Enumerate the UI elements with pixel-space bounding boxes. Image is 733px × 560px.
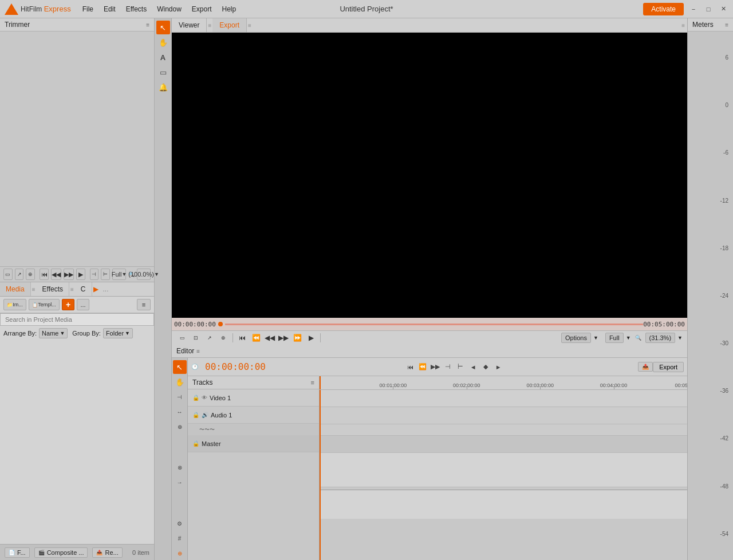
tl-transport-out[interactable]: ⊢ xyxy=(454,361,467,373)
trimmer-new-btn[interactable]: ▭ xyxy=(3,269,13,280)
tl-transport-play-fwd[interactable]: ▶▶ xyxy=(429,361,442,373)
trimmer-export-btn[interactable]: ↗ xyxy=(15,269,24,280)
tracks-area: Tracks ≡ 🔒 👁 Video 1 xyxy=(188,376,687,560)
vc-play[interactable]: ▶ xyxy=(305,333,317,343)
logo-triangle xyxy=(5,3,18,15)
tool-rect[interactable]: ▭ xyxy=(156,65,170,79)
menu-file[interactable]: File xyxy=(78,3,98,15)
vc-frame-fwd[interactable]: ⏩ xyxy=(291,333,303,343)
minimize-button[interactable]: − xyxy=(688,4,699,14)
project-title: Untitled Project* xyxy=(340,5,393,13)
tl-transport-keyframe-add[interactable]: ◆ xyxy=(479,361,492,373)
trimmer-skip-start[interactable]: ⏮ xyxy=(40,269,49,280)
status-f[interactable]: 📄 F... xyxy=(5,547,30,558)
vc-export-icon[interactable]: ↗ xyxy=(204,333,215,343)
tl-transport-frame-back[interactable]: ⏪ xyxy=(416,361,429,373)
tab-media[interactable]: Media xyxy=(0,282,31,296)
track-audio1-speaker[interactable]: 🔊 xyxy=(202,412,208,418)
tab-more[interactable]: ... xyxy=(100,284,112,294)
trimmer-zoom-pct[interactable]: (100.0%) ▼ xyxy=(137,269,151,280)
tl-tool-hand[interactable]: ✋ xyxy=(173,375,187,389)
templates-btn[interactable]: 📋 Templ... xyxy=(29,299,60,310)
tl-magnet[interactable]: ⊕ xyxy=(173,546,187,560)
tl-hashtag[interactable]: # xyxy=(173,531,187,545)
time-scrubber[interactable] xyxy=(225,324,643,325)
tool-bezier[interactable]: 🔔 xyxy=(156,80,170,94)
c-arrow-right[interactable]: ▶ xyxy=(92,284,100,294)
tl-tool-split[interactable]: ⊕ xyxy=(173,420,187,433)
timeline-export-btn[interactable]: Export xyxy=(653,362,684,372)
more-media-btn[interactable]: ... xyxy=(77,299,89,310)
timeline-main: 🕐 00:00:00:00 ⏮ ⏪ ▶▶ ⊣ ⊢ ◄ ◆ ► 📤 xyxy=(188,358,687,560)
tool-text[interactable]: A xyxy=(156,50,170,64)
viewer-zoom-pct[interactable]: (31.3%) xyxy=(645,333,676,343)
meters-menu[interactable]: ≡ xyxy=(725,22,728,28)
tab-c[interactable]: C xyxy=(75,282,92,296)
status-render[interactable]: 📤 Re... xyxy=(92,547,122,558)
ruler-bar[interactable]: 00:01:00:00 00:02:00:00 00:03:00:00 00:0… xyxy=(320,376,687,390)
track-master-lock[interactable]: 🔒 xyxy=(192,440,199,447)
logo-text: HitFilm Express xyxy=(21,5,71,13)
viewer-options[interactable]: Options xyxy=(561,333,591,343)
tracks-header: Tracks ≡ xyxy=(188,376,319,389)
import-btn[interactable]: 📁 Im... xyxy=(3,299,26,310)
trimmer-zoom-sel[interactable]: Full ▼ xyxy=(112,269,126,280)
tab-export[interactable]: Export xyxy=(212,18,247,32)
vc-fullscreen-icon[interactable]: ⊡ xyxy=(190,333,202,343)
group-by-folder[interactable]: Folder ▼ xyxy=(103,328,133,338)
menu-help[interactable]: Help xyxy=(218,3,241,15)
status-composite[interactable]: 🎬 Composite ... xyxy=(34,547,88,558)
editor-header: Editor ≡ xyxy=(172,345,687,358)
meters-panel: Meters ≡ 6 0 -6 -12 -18 -24 -30 -36 -42 … xyxy=(687,18,733,560)
track-video1-eye[interactable]: 👁 xyxy=(202,395,207,401)
menu-export[interactable]: Export xyxy=(187,3,216,15)
vc-play-fwd[interactable]: ▶▶ xyxy=(278,333,289,343)
tl-tool-slip[interactable]: ↔ xyxy=(173,405,187,419)
list-view-btn[interactable]: ≡ xyxy=(137,299,151,310)
menu-window[interactable]: Window xyxy=(152,3,186,15)
tl-transport-keyframe-prev[interactable]: ◄ xyxy=(467,361,479,373)
editor-menu-icon[interactable]: ≡ xyxy=(196,348,200,354)
search-input[interactable] xyxy=(0,313,154,326)
track-audio1-lock[interactable]: 🔒 xyxy=(192,412,199,418)
tool-select[interactable]: ↖ xyxy=(156,21,170,34)
trimmer-play[interactable]: ▶ xyxy=(76,269,85,280)
status-bar: 📄 F... 🎬 Composite ... 📤 Re... 0 item xyxy=(0,544,154,560)
trimmer-out-btn[interactable]: ⊢ xyxy=(101,269,110,280)
trimmer-play-back[interactable]: ◀◀ xyxy=(51,269,61,280)
tl-transport-in[interactable]: ⊣ xyxy=(442,361,454,373)
close-button[interactable]: ✕ xyxy=(718,4,728,14)
vc-snap-icon[interactable]: ⊕ xyxy=(218,333,229,343)
tracks-menu[interactable]: ≡ xyxy=(311,379,314,386)
vc-rect-icon[interactable]: ▭ xyxy=(176,333,188,343)
viewer-panel-menu[interactable]: ≡ xyxy=(679,20,687,31)
track-video1-lock[interactable]: 🔒 xyxy=(192,395,199,401)
tab-effects[interactable]: Effects xyxy=(37,282,69,296)
tl-tool-magnetic[interactable]: ⊗ xyxy=(173,461,187,475)
vc-skip-start[interactable]: ⏮ xyxy=(237,333,248,343)
ruler-mark-3: 00:03:00:00 xyxy=(526,382,554,388)
activate-button[interactable]: Activate xyxy=(643,3,684,15)
tab-viewer[interactable]: Viewer xyxy=(172,18,207,32)
vc-frame-back[interactable]: ⏪ xyxy=(250,333,262,343)
tl-tool-slice[interactable]: ⊣ xyxy=(173,390,187,404)
viewer-full-btn[interactable]: Full xyxy=(605,333,624,343)
tl-transport-keyframe-next[interactable]: ► xyxy=(492,361,505,373)
timeline-export-icon[interactable]: 📤 xyxy=(638,362,653,372)
trimmer-play-fwd[interactable]: ▶▶ xyxy=(64,269,74,280)
trimmer-menu-icon[interactable]: ≡ xyxy=(146,22,149,28)
tl-settings[interactable]: ⚙ xyxy=(173,516,187,530)
menu-edit[interactable]: Edit xyxy=(99,3,120,15)
tl-transport-back[interactable]: ⏮ xyxy=(404,361,416,373)
trimmer-in-btn[interactable]: ⊣ xyxy=(90,269,99,280)
menu-effects[interactable]: Effects xyxy=(121,3,151,15)
trimmer-add-btn[interactable]: ⊕ xyxy=(26,269,35,280)
tl-tool-nudge[interactable]: → xyxy=(173,476,187,490)
arrange-by-name[interactable]: Name ▼ xyxy=(39,328,68,338)
maximize-button[interactable]: □ xyxy=(703,4,714,14)
tool-hand[interactable]: ✋ xyxy=(156,36,170,49)
vc-play-back[interactable]: ◀◀ xyxy=(264,333,275,343)
tl-tool-pointer[interactable]: ↖ xyxy=(173,360,187,374)
playhead-node[interactable] xyxy=(218,322,223,326)
add-media-btn[interactable]: + xyxy=(62,299,74,310)
